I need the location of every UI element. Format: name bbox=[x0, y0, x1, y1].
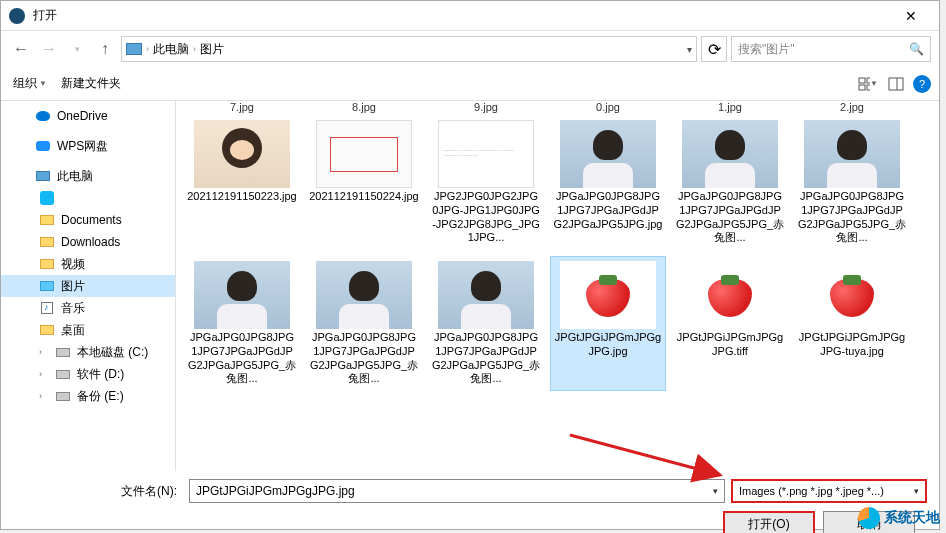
sidebar-item-disk-d[interactable]: ›软件 (D:) bbox=[1, 363, 175, 385]
watermark-icon bbox=[858, 507, 880, 529]
dialog-title: 打开 bbox=[33, 7, 891, 24]
organize-button[interactable]: 组织 ▼ bbox=[9, 73, 51, 94]
new-folder-button[interactable]: 新建文件夹 bbox=[57, 73, 125, 94]
chevron-down-icon: ▼ bbox=[39, 79, 47, 88]
app-icon bbox=[9, 8, 25, 24]
file-thumbnail bbox=[804, 261, 900, 329]
footer: 文件名(N): JPGtJPGiJPGmJPGgJPG.jpg ▾ Images… bbox=[1, 471, 939, 533]
tree-label: Downloads bbox=[61, 235, 120, 249]
organize-label: 组织 bbox=[13, 75, 37, 92]
sidebar-item-disk-e[interactable]: ›备份 (E:) bbox=[1, 385, 175, 407]
chevron-right-icon: › bbox=[193, 44, 196, 54]
file-list[interactable]: 7.jpg8.jpg9.jpg0.jpg1.jpg2.jpg 202112191… bbox=[176, 101, 939, 471]
view-mode-button[interactable]: ▼ bbox=[857, 73, 879, 95]
sidebar-item-qq[interactable] bbox=[1, 187, 175, 209]
open-button[interactable]: 打开(O) bbox=[723, 511, 815, 533]
file-name: 202112191150224.jpg bbox=[309, 190, 419, 204]
sidebar-item-downloads[interactable]: Downloads bbox=[1, 231, 175, 253]
close-button[interactable]: ✕ bbox=[891, 1, 931, 30]
pc-icon bbox=[126, 43, 142, 55]
chevron-right-icon: › bbox=[39, 391, 49, 401]
filename-input[interactable]: JPGtJPGiJPGmJPGgJPG.jpg ▾ bbox=[189, 479, 725, 503]
file-item[interactable]: 202112191150223.jpg bbox=[184, 115, 300, 250]
sidebar-item-thispc[interactable]: 此电脑 bbox=[1, 165, 175, 187]
file-name: JPGtJPGiJPGmJPGgJPG-tuya.jpg bbox=[797, 331, 907, 359]
file-item[interactable]: 202112191150224.jpg bbox=[306, 115, 422, 250]
chevron-right-icon: › bbox=[39, 347, 49, 357]
file-name: JPGaJPG0JPG8JPG1JPG7JPGaJPGdJPG2JPGaJPG5… bbox=[431, 331, 541, 386]
filetype-select[interactable]: Images (*.png *.jpg *.jpeg *...) ▾ bbox=[731, 479, 927, 503]
tree-label: Documents bbox=[61, 213, 122, 227]
file-thumbnail bbox=[194, 261, 290, 329]
breadcrumb-folder[interactable]: 图片 bbox=[200, 41, 224, 58]
file-item[interactable]: JPGaJPG0JPG8JPG1JPG7JPGaJPGdJPG2JPGaJPG5… bbox=[672, 115, 788, 250]
open-button-label: 打开(O) bbox=[748, 516, 789, 533]
file-item[interactable]: JPGaJPG0JPG8JPG1JPG7JPGaJPGdJPG2JPGaJPG5… bbox=[794, 115, 910, 250]
toolbar: 组织 ▼ 新建文件夹 ▼ ? bbox=[1, 67, 939, 101]
tree-label: WPS网盘 bbox=[57, 138, 108, 155]
tree-label: 本地磁盘 (C:) bbox=[77, 344, 148, 361]
file-open-dialog: 打开 ✕ ← → ▾ ↑ › 此电脑 › 图片 ▾ ⟳ 搜索"图片" 🔍 组织 … bbox=[0, 0, 940, 530]
watermark: 系统天地 bbox=[858, 507, 940, 529]
file-name: JPG2JPG0JPG2JPG0JPG-JPG1JPG0JPG-JPG2JPG8… bbox=[431, 190, 541, 245]
refresh-button[interactable]: ⟳ bbox=[701, 36, 727, 62]
sidebar-item-wps[interactable]: WPS网盘 bbox=[1, 135, 175, 157]
file-name: JPGaJPG0JPG8JPG1JPG7JPGaJPGdJPG2JPGaJPG5… bbox=[553, 190, 663, 231]
file-name-partial: 0.jpg bbox=[550, 101, 666, 113]
chevron-right-icon: › bbox=[146, 44, 149, 54]
chevron-down-icon: ▾ bbox=[713, 486, 718, 496]
breadcrumb[interactable]: › 此电脑 › 图片 ▾ bbox=[121, 36, 697, 62]
sidebar-item-pictures[interactable]: 图片 bbox=[1, 275, 175, 297]
chevron-down-icon: ▼ bbox=[870, 79, 878, 88]
file-item[interactable]: JPGaJPG0JPG8JPG1JPG7JPGaJPGdJPG2JPGaJPG5… bbox=[184, 256, 300, 391]
svg-rect-2 bbox=[859, 85, 865, 90]
file-name: 202112191150223.jpg bbox=[187, 190, 297, 204]
sidebar-item-onedrive[interactable]: OneDrive bbox=[1, 105, 175, 127]
sidebar-item-music[interactable]: 音乐 bbox=[1, 297, 175, 319]
sidebar-item-documents[interactable]: Documents bbox=[1, 209, 175, 231]
help-button[interactable]: ? bbox=[913, 75, 931, 93]
recent-dropdown[interactable]: ▾ bbox=[65, 37, 89, 61]
svg-rect-0 bbox=[859, 78, 865, 83]
preview-pane-button[interactable] bbox=[885, 73, 907, 95]
file-thumbnail bbox=[682, 261, 778, 329]
sidebar-item-disk-c[interactable]: ›本地磁盘 (C:) bbox=[1, 341, 175, 363]
file-item[interactable]: JPGtJPGiJPGmJPGgJPG.jpg bbox=[550, 256, 666, 391]
file-name-partial: 8.jpg bbox=[306, 101, 422, 113]
watermark-text: 系统天地 bbox=[884, 509, 940, 527]
file-name: JPGaJPG0JPG8JPG1JPG7JPGaJPGdJPG2JPGaJPG5… bbox=[309, 331, 419, 386]
file-name: JPGaJPG0JPG8JPG1JPG7JPGaJPGdJPG2JPGaJPG5… bbox=[797, 190, 907, 245]
file-name: JPGtJPGiJPGmJPGgJPG.tiff bbox=[675, 331, 785, 359]
file-item[interactable]: JPGaJPG0JPG8JPG1JPG7JPGaJPGdJPG2JPGaJPG5… bbox=[306, 256, 422, 391]
tree-label: 软件 (D:) bbox=[77, 366, 124, 383]
file-thumbnail: ────── ────── ────── ────── ────── ─────… bbox=[438, 120, 534, 188]
file-grid: 202112191150223.jpg202112191150224.jpg──… bbox=[184, 115, 931, 391]
breadcrumb-dropdown-icon[interactable]: ▾ bbox=[687, 44, 692, 55]
partial-row: 7.jpg8.jpg9.jpg0.jpg1.jpg2.jpg bbox=[184, 101, 931, 113]
file-thumbnail bbox=[804, 120, 900, 188]
tree-sidebar: OneDrive WPS网盘 此电脑 Documents Downloads 视… bbox=[1, 101, 176, 471]
sidebar-item-videos[interactable]: 视频 bbox=[1, 253, 175, 275]
file-name-partial: 2.jpg bbox=[794, 101, 910, 113]
file-item[interactable]: JPGaJPG0JPG8JPG1JPG7JPGaJPGdJPG2JPGaJPG5… bbox=[428, 256, 544, 391]
tree-label: OneDrive bbox=[57, 109, 108, 123]
tree-label: 此电脑 bbox=[57, 168, 93, 185]
sidebar-item-desktop[interactable]: 桌面 bbox=[1, 319, 175, 341]
breadcrumb-root[interactable]: 此电脑 bbox=[153, 41, 189, 58]
tree-label: 桌面 bbox=[61, 322, 85, 339]
chevron-right-icon: › bbox=[39, 369, 49, 379]
file-name: JPGaJPG0JPG8JPG1JPG7JPGaJPGdJPG2JPGaJPG5… bbox=[187, 331, 297, 386]
filename-label: 文件名(N): bbox=[13, 483, 183, 500]
file-item[interactable]: JPGtJPGiJPGmJPGgJPG.tiff bbox=[672, 256, 788, 391]
file-item[interactable]: JPGaJPG0JPG8JPG1JPG7JPGaJPGdJPG2JPGaJPG5… bbox=[550, 115, 666, 250]
forward-button[interactable]: → bbox=[37, 37, 61, 61]
file-thumbnail bbox=[194, 120, 290, 188]
back-button[interactable]: ← bbox=[9, 37, 33, 61]
file-thumbnail bbox=[560, 261, 656, 329]
file-item[interactable]: ────── ────── ────── ────── ────── ─────… bbox=[428, 115, 544, 250]
file-item[interactable]: JPGtJPGiJPGmJPGgJPG-tuya.jpg bbox=[794, 256, 910, 391]
file-thumbnail bbox=[316, 261, 412, 329]
file-name: JPGtJPGiJPGmJPGgJPG.jpg bbox=[553, 331, 663, 359]
up-button[interactable]: ↑ bbox=[93, 37, 117, 61]
search-input[interactable]: 搜索"图片" 🔍 bbox=[731, 36, 931, 62]
